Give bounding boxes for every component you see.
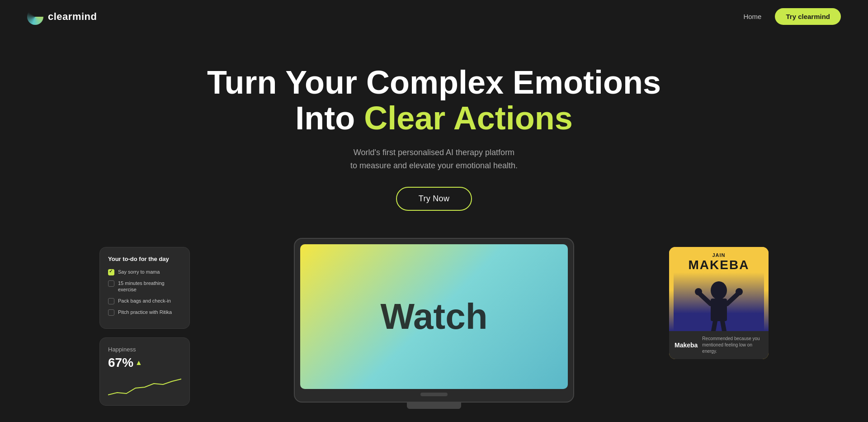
todo-label-2: 15 minutes breathing exercise xyxy=(118,280,181,293)
makeba-desc: Recommended because you mentioned feelin… xyxy=(702,336,763,355)
svg-point-6 xyxy=(736,288,743,295)
makeba-title-poster: MAKEBA xyxy=(675,258,763,272)
makeba-info: Makeba Recommended because you mentioned… xyxy=(669,331,769,359)
todo-item-2: 15 minutes breathing exercise xyxy=(108,280,181,293)
makeba-figure xyxy=(669,272,769,331)
laptop-stand xyxy=(407,403,461,409)
todo-checkbox-4[interactable] xyxy=(108,309,114,316)
laptop-notch xyxy=(420,393,448,396)
todo-item-3: Pack bags and check-in xyxy=(108,298,181,304)
makeba-poster: Jain MAKEBA xyxy=(669,247,769,272)
todo-item-1: Say sorry to mama xyxy=(108,269,181,275)
hero-section: Turn Your Complex Emotions Into Clear Ac… xyxy=(0,33,868,229)
todo-card: Your to-do for the day Say sorry to mama… xyxy=(99,247,190,329)
hero-subtitle-line2: to measure and elevate your emotional he… xyxy=(350,161,518,170)
todo-card-title: Your to-do for the day xyxy=(108,256,181,262)
hero-title-line2: Into Clear Actions xyxy=(9,100,859,136)
happiness-card: Happiness 67% ▲ xyxy=(99,337,190,406)
nav-home-link[interactable]: Home xyxy=(743,13,761,20)
bottom-section: Your to-do for the day Say sorry to mama… xyxy=(0,238,868,419)
happiness-graph xyxy=(108,375,181,397)
makeba-header: Jain xyxy=(675,252,763,258)
todo-item-4: Pitch practice with Ritika xyxy=(108,309,181,316)
happiness-title: Happiness xyxy=(108,346,181,353)
laptop-wrapper: Watch xyxy=(294,238,574,409)
logo-text: clearmind xyxy=(48,11,97,23)
hero-title-accent: Clear Actions xyxy=(364,100,572,136)
nav-right: Home Try clearmind xyxy=(743,8,841,25)
happiness-value: 67% ▲ xyxy=(108,356,181,370)
svg-rect-2 xyxy=(711,299,727,321)
svg-point-5 xyxy=(695,288,702,295)
hero-subtitle: World's first personalised AI therapy pl… xyxy=(9,146,859,172)
logo[interactable]: clearmind xyxy=(27,9,97,25)
todo-checkbox-2[interactable] xyxy=(108,280,114,287)
hero-subtitle-line1: World's first personalised AI therapy pl… xyxy=(354,148,514,157)
laptop-screen-text: Watch xyxy=(380,296,487,337)
happiness-trend-icon: ▲ xyxy=(135,359,142,367)
navbar: clearmind Home Try clearmind xyxy=(0,0,868,33)
todo-label-4: Pitch practice with Ritika xyxy=(118,309,172,315)
makeba-card: Jain MAKEBA xyxy=(669,247,769,359)
try-clearmind-button[interactable]: Try clearmind xyxy=(775,8,841,25)
todo-checkbox-3[interactable] xyxy=(108,298,114,304)
happiness-percentage: 67% xyxy=(108,356,133,370)
hero-title-line1: Turn Your Complex Emotions xyxy=(9,65,859,100)
svg-point-1 xyxy=(711,281,727,299)
svg-line-7 xyxy=(713,321,715,331)
makeba-label: Makeba xyxy=(675,341,698,349)
laptop-frame: Watch xyxy=(294,238,574,403)
todo-checkbox-1[interactable] xyxy=(108,269,114,275)
hero-title-plain: Into xyxy=(295,100,364,136)
svg-line-8 xyxy=(722,321,724,331)
todo-label-1: Say sorry to mama xyxy=(118,269,160,275)
laptop-screen: Watch xyxy=(300,244,568,389)
logo-icon xyxy=(27,9,43,25)
todo-label-3: Pack bags and check-in xyxy=(118,298,171,304)
try-now-button[interactable]: Try Now xyxy=(396,187,472,211)
